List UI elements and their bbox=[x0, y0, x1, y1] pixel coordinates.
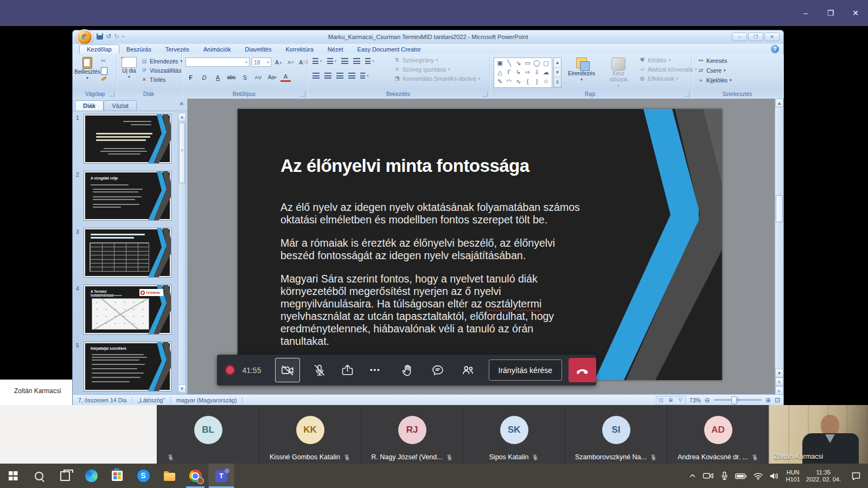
character-spacing-button[interactable]: AV bbox=[253, 73, 264, 82]
paragraph-dialog-launcher[interactable] bbox=[482, 91, 488, 97]
thumbnail-row[interactable]: 5 Kárpátaljai szócikkek bbox=[76, 342, 176, 391]
ppt-restore-button[interactable]: ❐ bbox=[748, 33, 763, 41]
columns-button[interactable] bbox=[360, 73, 365, 79]
italic-button[interactable]: D bbox=[199, 73, 209, 82]
battery-icon[interactable] bbox=[735, 472, 747, 480]
more-actions-button[interactable]: ••• bbox=[367, 366, 384, 374]
tab-animaciok[interactable]: Animációk bbox=[196, 45, 238, 54]
slide-2-thumbnail[interactable]: A vizsgálat célja bbox=[84, 171, 171, 221]
teams-button[interactable]: T bbox=[208, 464, 234, 488]
shape-outline-button[interactable]: Alakzat körvonala bbox=[639, 66, 697, 73]
language-indicator[interactable]: HUN H101 bbox=[786, 469, 800, 483]
start-button[interactable] bbox=[0, 464, 26, 488]
align-text-button[interactable]: Szöveg igazítása bbox=[394, 66, 480, 73]
mic-toggle-button[interactable] bbox=[311, 363, 328, 377]
thumbnail-row[interactable]: 2 A vizsgálat célja bbox=[76, 171, 176, 221]
participant-tile[interactable]: BL bbox=[157, 405, 259, 464]
tab-nezet[interactable]: Nézet bbox=[321, 45, 350, 54]
ppt-minimize-button[interactable]: – bbox=[732, 33, 747, 41]
zoom-in-button[interactable] bbox=[765, 396, 771, 404]
request-control-button[interactable]: Irányítás kérése bbox=[489, 359, 563, 381]
scroll-thumb[interactable] bbox=[776, 195, 783, 222]
shape-effects-button[interactable]: Effektusok bbox=[639, 75, 697, 82]
volume-icon[interactable] bbox=[769, 472, 780, 480]
tab-diavetites[interactable]: Diavetítés bbox=[238, 45, 279, 54]
underline-button[interactable]: A bbox=[213, 73, 223, 82]
file-explorer-button[interactable] bbox=[156, 464, 182, 488]
zoom-slider-thumb[interactable] bbox=[731, 396, 737, 404]
ppt-titlebar[interactable]: Marku_Karmacsi_Csurman TerminiMID tanita… bbox=[73, 30, 783, 44]
clock[interactable]: 11:35 2022. 02. 04. bbox=[806, 469, 841, 483]
bold-button[interactable]: F bbox=[186, 73, 196, 82]
participant-tile[interactable]: RJ R. Nagy József (Vend... bbox=[361, 405, 463, 464]
normal-view-button[interactable] bbox=[656, 396, 666, 404]
zoom-slider[interactable] bbox=[714, 399, 762, 401]
action-center-icon[interactable] bbox=[851, 471, 861, 481]
canvas-scrollbar[interactable]: » » bbox=[775, 99, 783, 395]
fit-to-window-button[interactable] bbox=[775, 396, 780, 404]
task-view-button[interactable] bbox=[52, 464, 78, 488]
pane-scrollbar[interactable] bbox=[178, 113, 186, 393]
participants-button[interactable] bbox=[459, 363, 477, 377]
align-left-button[interactable] bbox=[312, 73, 320, 79]
zoom-out-button[interactable] bbox=[705, 396, 710, 404]
skype-button[interactable]: S bbox=[130, 464, 156, 488]
paste-button[interactable]: Beillesztés bbox=[76, 57, 99, 81]
scroll-up-button[interactable] bbox=[775, 99, 783, 107]
pane-tab-slides[interactable]: Diák bbox=[75, 100, 104, 111]
font-size-combo[interactable]: 18 bbox=[252, 57, 271, 67]
participant-tile[interactable]: SI Szamborovszkyné Na... bbox=[565, 405, 667, 464]
layout-button[interactable]: Elrendezés bbox=[141, 58, 182, 65]
teams-close-button[interactable]: ✕ bbox=[843, 0, 868, 26]
grow-font-button[interactable]: A▲ bbox=[273, 57, 284, 67]
edge-button[interactable] bbox=[78, 464, 104, 488]
wifi-icon[interactable] bbox=[753, 472, 763, 480]
redo-button[interactable] bbox=[114, 33, 119, 40]
pane-scroll-thumb[interactable] bbox=[179, 123, 185, 183]
pane-scroll-up[interactable] bbox=[178, 113, 186, 121]
select-button[interactable]: Kijelölés bbox=[698, 77, 732, 84]
hang-up-button[interactable] bbox=[569, 358, 596, 382]
format-painter-icon[interactable] bbox=[101, 76, 107, 81]
slide-1-thumbnail[interactable] bbox=[84, 114, 171, 164]
replace-button[interactable]: Csere bbox=[698, 67, 732, 74]
pane-tab-outline[interactable]: Vázlat bbox=[104, 100, 137, 111]
text-shadow-button[interactable]: S bbox=[240, 73, 250, 82]
next-slide-button[interactable]: » bbox=[775, 386, 783, 395]
microphone-in-use-icon[interactable] bbox=[720, 471, 729, 480]
tab-tervezes[interactable]: Tervezés bbox=[158, 45, 196, 54]
shape-fill-button[interactable]: Kitöltés bbox=[639, 57, 697, 63]
shapes-gallery[interactable] bbox=[494, 57, 552, 88]
tray-expand-icon[interactable] bbox=[688, 472, 697, 480]
font-dialog-launcher[interactable] bbox=[300, 91, 305, 97]
zoom-level[interactable]: 73% bbox=[690, 397, 701, 403]
bullets-button[interactable] bbox=[312, 58, 318, 64]
shapes-gallery-scroll[interactable] bbox=[553, 57, 561, 88]
new-slide-button[interactable]: ✦ Új dia bbox=[119, 57, 139, 80]
strikethrough-button[interactable]: abc bbox=[226, 73, 237, 82]
tab-kezdolap[interactable]: Kezdőlap bbox=[79, 44, 119, 54]
change-case-button[interactable]: Aa bbox=[267, 73, 277, 82]
chrome-button[interactable] bbox=[182, 464, 208, 488]
thumbnail-row[interactable]: 4 A Termini kutatóhálózat TERMINI bbox=[76, 285, 176, 335]
align-center-button[interactable] bbox=[324, 73, 331, 79]
ppt-close-button[interactable]: ✕ bbox=[764, 33, 780, 41]
slide-sorter-view-button[interactable] bbox=[666, 396, 675, 404]
pane-scroll-down[interactable] bbox=[178, 384, 186, 393]
clipboard-dialog-launcher[interactable] bbox=[109, 91, 114, 97]
justify-button[interactable] bbox=[348, 73, 355, 79]
slide-3-thumbnail[interactable] bbox=[84, 228, 171, 278]
scroll-down-button[interactable] bbox=[775, 369, 783, 377]
copy-icon[interactable] bbox=[101, 67, 107, 75]
decrease-indent-button[interactable] bbox=[341, 58, 348, 64]
teams-maximize-button[interactable]: ❐ bbox=[818, 0, 843, 26]
camera-toggle-button[interactable] bbox=[275, 358, 300, 382]
delete-slide-button[interactable]: Törlés bbox=[141, 76, 182, 83]
participant-tile[interactable]: SK Sipos Katalin bbox=[463, 405, 565, 464]
tab-beszuras[interactable]: Beszúrás bbox=[119, 45, 158, 54]
drawing-dialog-launcher[interactable] bbox=[684, 91, 690, 97]
store-button[interactable] bbox=[104, 464, 130, 488]
save-icon[interactable] bbox=[97, 33, 103, 40]
current-slide[interactable]: Az élőnyelvi minta fontossága Az élő nye… bbox=[238, 109, 722, 380]
tab-easy-document-creator[interactable]: Easy Document Creator bbox=[350, 45, 428, 54]
